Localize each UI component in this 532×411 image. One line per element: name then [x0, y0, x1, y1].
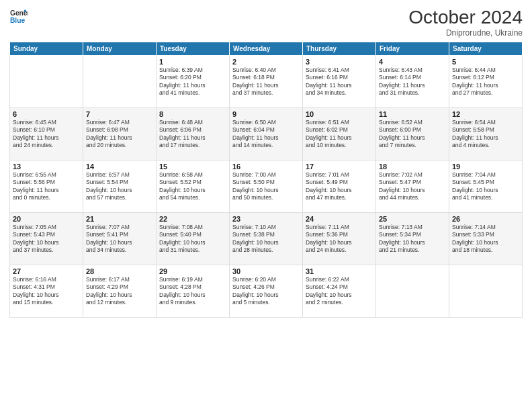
calendar-table: Sunday Monday Tuesday Wednesday Thursday… [9, 42, 523, 318]
logo-icon: General Blue [9, 7, 28, 26]
header-wednesday: Wednesday [230, 42, 303, 56]
day-cell-2-1: 14Sunrise: 6:57 AMSunset: 5:54 PMDayligh… [83, 161, 157, 213]
day-cell-1-4: 10Sunrise: 6:51 AMSunset: 6:02 PMDayligh… [303, 108, 376, 161]
day-number: 12 [452, 110, 519, 118]
header-thursday: Thursday [303, 42, 376, 56]
day-cell-0-1 [83, 56, 157, 108]
day-number: 10 [306, 110, 373, 118]
day-info: Sunrise: 6:20 AMSunset: 4:26 PMDaylight:… [232, 276, 300, 307]
day-number: 28 [86, 267, 153, 275]
day-cell-3-5: 25Sunrise: 7:13 AMSunset: 5:34 PMDayligh… [376, 213, 449, 265]
day-cell-1-3: 9Sunrise: 6:50 AMSunset: 6:04 PMDaylight… [230, 108, 303, 161]
day-cell-4-6 [449, 265, 523, 318]
day-info: Sunrise: 6:51 AMSunset: 6:02 PMDaylight:… [306, 119, 373, 150]
subtitle: Dniprorudne, Ukraine [408, 28, 523, 38]
day-cell-3-2: 22Sunrise: 7:08 AMSunset: 5:40 PMDayligh… [157, 213, 230, 265]
day-info: Sunrise: 6:40 AMSunset: 6:18 PMDaylight:… [232, 66, 300, 97]
day-cell-3-0: 20Sunrise: 7:05 AMSunset: 5:43 PMDayligh… [10, 213, 83, 265]
day-info: Sunrise: 7:00 AMSunset: 5:50 PMDaylight:… [232, 171, 300, 202]
day-number: 9 [232, 110, 300, 118]
day-info: Sunrise: 6:57 AMSunset: 5:54 PMDaylight:… [86, 171, 153, 202]
header-tuesday: Tuesday [157, 42, 230, 56]
day-number: 20 [13, 215, 80, 223]
day-info: Sunrise: 6:45 AMSunset: 6:10 PMDaylight:… [13, 119, 80, 150]
day-number: 18 [379, 163, 446, 171]
day-cell-1-0: 6Sunrise: 6:45 AMSunset: 6:10 PMDaylight… [10, 108, 83, 161]
day-cell-2-5: 18Sunrise: 7:02 AMSunset: 5:47 PMDayligh… [376, 161, 449, 213]
header-monday: Monday [83, 42, 157, 56]
day-info: Sunrise: 7:02 AMSunset: 5:47 PMDaylight:… [379, 171, 446, 202]
day-info: Sunrise: 6:43 AMSunset: 6:14 PMDaylight:… [379, 66, 446, 97]
day-cell-2-4: 17Sunrise: 7:01 AMSunset: 5:49 PMDayligh… [303, 161, 376, 213]
month-title: October 2024 [408, 7, 523, 28]
day-cell-3-3: 23Sunrise: 7:10 AMSunset: 5:38 PMDayligh… [230, 213, 303, 265]
header-sunday: Sunday [10, 42, 83, 56]
logo: General Blue [9, 7, 28, 26]
day-info: Sunrise: 6:47 AMSunset: 6:08 PMDaylight:… [86, 119, 153, 150]
day-number: 25 [379, 215, 446, 223]
day-info: Sunrise: 6:22 AMSunset: 4:24 PMDaylight:… [306, 276, 373, 307]
day-number: 13 [13, 163, 80, 171]
day-number: 11 [379, 110, 446, 118]
day-cell-2-2: 15Sunrise: 6:58 AMSunset: 5:52 PMDayligh… [157, 161, 230, 213]
week-row-5: 27Sunrise: 6:16 AMSunset: 4:31 PMDayligh… [10, 265, 523, 318]
week-row-4: 20Sunrise: 7:05 AMSunset: 5:43 PMDayligh… [10, 213, 523, 265]
day-info: Sunrise: 6:54 AMSunset: 5:58 PMDaylight:… [452, 119, 519, 150]
day-number: 16 [232, 163, 300, 171]
day-info: Sunrise: 7:13 AMSunset: 5:34 PMDaylight:… [379, 224, 446, 255]
day-cell-0-0 [10, 56, 83, 108]
day-number: 27 [13, 267, 80, 275]
day-info: Sunrise: 7:04 AMSunset: 5:45 PMDaylight:… [452, 171, 519, 202]
day-info: Sunrise: 6:52 AMSunset: 6:00 PMDaylight:… [379, 119, 446, 150]
day-info: Sunrise: 6:58 AMSunset: 5:52 PMDaylight:… [159, 171, 226, 202]
day-cell-2-0: 13Sunrise: 6:55 AMSunset: 5:56 PMDayligh… [10, 161, 83, 213]
day-info: Sunrise: 6:17 AMSunset: 4:29 PMDaylight:… [86, 276, 153, 307]
day-number: 4 [379, 58, 446, 66]
day-number: 3 [306, 58, 373, 66]
day-cell-0-6: 5Sunrise: 6:44 AMSunset: 6:12 PMDaylight… [449, 56, 523, 108]
day-info: Sunrise: 7:01 AMSunset: 5:49 PMDaylight:… [306, 171, 373, 202]
header-saturday: Saturday [449, 42, 523, 56]
day-cell-4-0: 27Sunrise: 6:16 AMSunset: 4:31 PMDayligh… [10, 265, 83, 318]
svg-text:Blue: Blue [10, 17, 26, 24]
day-info: Sunrise: 6:48 AMSunset: 6:06 PMDaylight:… [159, 119, 226, 150]
page: General Blue October 2024 Dniprorudne, U… [0, 0, 532, 411]
day-number: 29 [159, 267, 226, 275]
day-info: Sunrise: 7:07 AMSunset: 5:41 PMDaylight:… [86, 224, 153, 255]
day-info: Sunrise: 7:14 AMSunset: 5:33 PMDaylight:… [452, 224, 519, 255]
day-info: Sunrise: 7:08 AMSunset: 5:40 PMDaylight:… [159, 224, 226, 255]
day-number: 31 [306, 267, 373, 275]
day-cell-4-2: 29Sunrise: 6:19 AMSunset: 4:28 PMDayligh… [157, 265, 230, 318]
day-number: 8 [159, 110, 226, 118]
day-cell-0-2: 1Sunrise: 6:39 AMSunset: 6:20 PMDaylight… [157, 56, 230, 108]
day-number: 19 [452, 163, 519, 171]
day-cell-1-5: 11Sunrise: 6:52 AMSunset: 6:00 PMDayligh… [376, 108, 449, 161]
day-cell-2-6: 19Sunrise: 7:04 AMSunset: 5:45 PMDayligh… [449, 161, 523, 213]
day-info: Sunrise: 6:50 AMSunset: 6:04 PMDaylight:… [232, 119, 300, 150]
day-number: 22 [159, 215, 226, 223]
day-info: Sunrise: 6:39 AMSunset: 6:20 PMDaylight:… [159, 66, 226, 97]
week-row-1: 1Sunrise: 6:39 AMSunset: 6:20 PMDaylight… [10, 56, 523, 108]
day-cell-0-4: 3Sunrise: 6:41 AMSunset: 6:16 PMDaylight… [303, 56, 376, 108]
day-number: 24 [306, 215, 373, 223]
day-info: Sunrise: 6:41 AMSunset: 6:16 PMDaylight:… [306, 66, 373, 97]
day-cell-3-1: 21Sunrise: 7:07 AMSunset: 5:41 PMDayligh… [83, 213, 157, 265]
day-number: 2 [232, 58, 300, 66]
day-info: Sunrise: 6:19 AMSunset: 4:28 PMDaylight:… [159, 276, 226, 307]
day-cell-3-6: 26Sunrise: 7:14 AMSunset: 5:33 PMDayligh… [449, 213, 523, 265]
week-row-3: 13Sunrise: 6:55 AMSunset: 5:56 PMDayligh… [10, 161, 523, 213]
day-cell-0-5: 4Sunrise: 6:43 AMSunset: 6:14 PMDaylight… [376, 56, 449, 108]
day-number: 17 [306, 163, 373, 171]
day-number: 5 [452, 58, 519, 66]
header: General Blue October 2024 Dniprorudne, U… [9, 7, 523, 38]
day-number: 26 [452, 215, 519, 223]
day-cell-4-5 [376, 265, 449, 318]
day-cell-4-4: 31Sunrise: 6:22 AMSunset: 4:24 PMDayligh… [303, 265, 376, 318]
day-cell-1-2: 8Sunrise: 6:48 AMSunset: 6:06 PMDaylight… [157, 108, 230, 161]
day-number: 14 [86, 163, 153, 171]
day-number: 6 [13, 110, 80, 118]
day-info: Sunrise: 6:55 AMSunset: 5:56 PMDaylight:… [13, 171, 80, 202]
day-number: 15 [159, 163, 226, 171]
day-number: 1 [159, 58, 226, 66]
day-info: Sunrise: 6:44 AMSunset: 6:12 PMDaylight:… [452, 66, 519, 97]
